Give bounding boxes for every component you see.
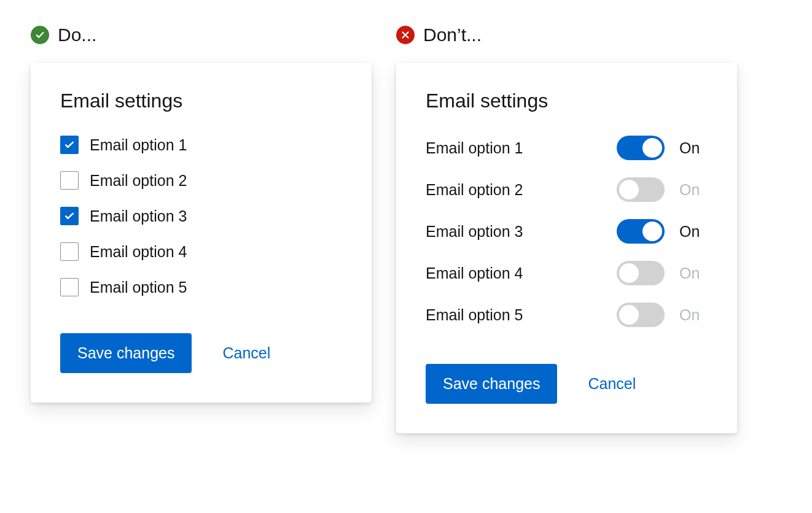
checkbox[interactable] (60, 207, 79, 225)
switch-state: On (679, 223, 708, 241)
close-circle-icon (396, 26, 415, 44)
dont-options-list: Email option 1 On Email option 2 On Emai… (426, 136, 708, 327)
switch-state: On (679, 139, 708, 157)
switch-toggle[interactable] (617, 303, 665, 327)
switch-label: Email option 5 (426, 306, 602, 324)
do-options-list: Email option 1 Email option 2 Email opti… (60, 136, 342, 296)
do-column: Do... Email settings Email option 1 Emai… (31, 25, 372, 433)
save-button[interactable]: Save changes (60, 333, 192, 373)
switch-state: On (679, 306, 708, 324)
switch-row: Email option 5 On (426, 303, 708, 327)
switch-row: Email option 4 On (426, 261, 708, 285)
checkbox-label: Email option 1 (90, 136, 187, 154)
dont-card: Email settings Email option 1 On Email o… (396, 63, 737, 433)
switch-state: On (679, 264, 708, 282)
dont-heading: Don’t... (423, 25, 482, 45)
checkbox-label: Email option 4 (90, 243, 187, 261)
dont-actions: Save changes Cancel (426, 364, 708, 404)
switch-toggle[interactable] (617, 219, 665, 244)
cancel-button[interactable]: Cancel (588, 375, 636, 393)
cancel-button[interactable]: Cancel (222, 344, 270, 362)
do-heading: Do... (58, 25, 96, 45)
checkbox-label: Email option 3 (90, 207, 187, 225)
switch-toggle[interactable] (617, 177, 665, 202)
switch-row: Email option 2 On (426, 177, 708, 202)
checkbox[interactable] (60, 171, 79, 190)
switch-row: Email option 1 On (426, 136, 708, 160)
switch-label: Email option 4 (426, 264, 602, 282)
switch-toggle[interactable] (617, 261, 665, 285)
dont-card-title: Email settings (426, 90, 708, 112)
checkbox-row: Email option 5 (60, 278, 342, 296)
switch-label: Email option 2 (426, 181, 602, 199)
do-card-title: Email settings (60, 90, 342, 112)
switch-toggle[interactable] (617, 136, 665, 160)
switch-row: Email option 3 On (426, 219, 708, 244)
check-circle-icon (31, 26, 49, 44)
save-button[interactable]: Save changes (426, 364, 557, 404)
switch-state: On (679, 181, 708, 199)
do-actions: Save changes Cancel (60, 333, 342, 373)
switch-label: Email option 3 (426, 223, 602, 241)
checkbox-row: Email option 3 (60, 207, 342, 225)
checkbox[interactable] (60, 278, 79, 296)
checkbox[interactable] (60, 136, 79, 154)
checkbox[interactable] (60, 242, 79, 261)
checkbox-row: Email option 4 (60, 242, 342, 261)
checkbox-label: Email option 5 (90, 279, 187, 296)
do-card: Email settings Email option 1 Email opti… (31, 63, 372, 403)
do-header: Do... (31, 25, 372, 45)
switch-label: Email option 1 (426, 139, 602, 157)
checkbox-row: Email option 2 (60, 171, 342, 190)
dont-header: Don’t... (396, 25, 737, 45)
dont-column: Don’t... Email settings Email option 1 O… (396, 25, 737, 433)
checkbox-label: Email option 2 (90, 172, 187, 190)
checkbox-row: Email option 1 (60, 136, 342, 154)
